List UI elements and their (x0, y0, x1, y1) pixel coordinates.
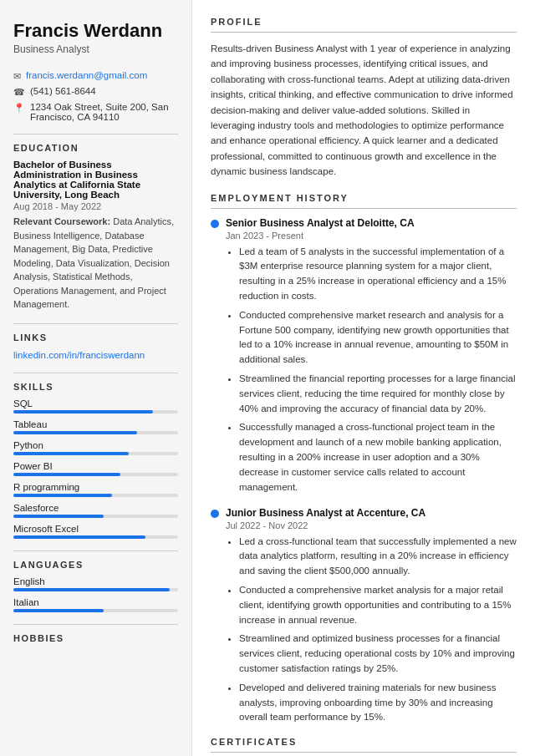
hobbies-section-title: HOBBIES (13, 633, 178, 643)
job-bullet: Streamlined the financial reporting proc… (239, 372, 517, 416)
education-dates: Aug 2018 - May 2022 (13, 201, 178, 211)
skills-section-title: SKILLS (13, 382, 178, 392)
linkedin-link-item: linkedin.com/in/franciswerdann (13, 349, 178, 361)
certificates-section-title: CERTIFICATES (211, 737, 517, 747)
job-bullet: Developed and delivered training materia… (239, 681, 517, 725)
skill-name: Python (13, 440, 178, 450)
profile-divider (211, 32, 517, 33)
languages-section-title: LANGUAGES (13, 560, 178, 570)
language-item: English (13, 576, 178, 591)
skill-bar-bg (13, 473, 178, 476)
skill-item: R programming (13, 482, 178, 497)
coursework-label: Relevant Coursework: (13, 216, 110, 226)
language-item: Italian (13, 597, 178, 612)
job-block: Senior Business Analyst at Deloitte, CA … (211, 217, 517, 495)
job-header: Senior Business Analyst at Deloitte, CA (211, 217, 517, 229)
contact-email: ✉ francis.werdann@gmail.com (13, 70, 178, 82)
contact-phone: ☎ (541) 561-8644 (13, 86, 178, 98)
sidebar: Francis Werdann Business Analyst ✉ franc… (0, 0, 192, 756)
job-bullet: Led a cross-functional team that success… (239, 535, 517, 579)
job-bullets: Led a cross-functional team that success… (229, 535, 517, 726)
job-title: Junior Business Analyst at Accenture, CA (226, 507, 425, 519)
skill-name: Salesforce (13, 503, 178, 513)
resume-container: Francis Werdann Business Analyst ✉ franc… (0, 0, 535, 756)
divider-education (13, 134, 178, 134)
education-coursework: Relevant Coursework: Data Analytics, Bus… (13, 215, 178, 312)
skill-bar-bg (13, 431, 178, 434)
job-dates: Jan 2023 - Present (226, 231, 517, 241)
skill-bar-bg (13, 515, 178, 518)
skill-item: Power BI (13, 461, 178, 476)
skill-item: Tableau (13, 419, 178, 434)
skill-item: SQL (13, 398, 178, 414)
job-dates: Jul 2022 - Nov 2022 (226, 520, 517, 530)
email-link[interactable]: francis.werdann@gmail.com (26, 70, 147, 80)
job-title: Senior Business Analyst at Deloitte, CA (226, 217, 415, 229)
employment-section-title: EMPLOYMENT HISTORY (211, 193, 517, 203)
skill-bar-bg (13, 494, 178, 497)
skill-bar-fill (13, 410, 153, 414)
job-bullet: Conducted a comprehensive market analysi… (239, 583, 517, 627)
language-name: Italian (13, 597, 178, 607)
skill-bar-fill (13, 452, 129, 455)
languages-list: English Italian (13, 576, 178, 612)
main-content: PROFILE Results-driven Business Analyst … (192, 0, 535, 756)
skill-item: Salesforce (13, 503, 178, 518)
skill-bar-fill (13, 515, 104, 518)
job-bullets: Led a team of 5 analysts in the successf… (229, 245, 517, 495)
skill-item: Python (13, 440, 178, 455)
skill-bar-fill (13, 431, 137, 434)
coursework-text: Data Analytics, Business Intelligence, D… (13, 216, 174, 309)
divider-skills (13, 373, 178, 373)
links-section-title: LINKS (13, 332, 178, 342)
location-icon: 📍 (13, 103, 25, 114)
job-dot (211, 220, 219, 228)
phone-icon: ☎ (13, 87, 25, 98)
language-name: English (13, 576, 178, 586)
phone-number: (541) 561-8644 (30, 86, 96, 96)
skill-item: Microsoft Excel (13, 524, 178, 539)
education-degree: Bachelor of Business Administration in B… (13, 160, 178, 200)
address-text: 1234 Oak Street, Suite 200, San Francisc… (30, 102, 178, 122)
skill-bar-fill (13, 494, 112, 497)
language-bar-bg (13, 609, 178, 612)
skills-list: SQL Tableau Python Power BI R programmin… (13, 398, 178, 539)
job-bullet: Led a team of 5 analysts in the successf… (239, 245, 517, 304)
language-bar-fill (13, 609, 104, 612)
jobs-list: Senior Business Analyst at Deloitte, CA … (211, 217, 517, 726)
language-bar-bg (13, 588, 178, 591)
contact-address: 📍 1234 Oak Street, Suite 200, San Franci… (13, 102, 178, 122)
candidate-title: Business Analyst (13, 43, 178, 55)
job-bullet: Conducted comprehensive market research … (239, 308, 517, 368)
job-bullet: Successfully managed a cross-functional … (239, 420, 517, 495)
profile-section-title: PROFILE (211, 17, 517, 27)
job-header: Junior Business Analyst at Accenture, CA (211, 507, 517, 519)
skill-bar-bg (13, 410, 178, 414)
employment-divider (211, 208, 517, 209)
profile-text: Results-driven Business Analyst with 1 y… (211, 41, 517, 180)
skill-name: Tableau (13, 419, 178, 429)
skill-bar-bg (13, 452, 178, 455)
skill-name: Microsoft Excel (13, 524, 178, 534)
certificates-divider (211, 752, 517, 753)
skill-bar-fill (13, 473, 120, 476)
candidate-name: Francis Werdann (13, 20, 178, 42)
job-block: Junior Business Analyst at Accenture, CA… (211, 507, 517, 726)
skill-bar-bg (13, 535, 178, 539)
divider-languages (13, 551, 178, 551)
language-bar-fill (13, 588, 170, 591)
skill-name: SQL (13, 398, 178, 408)
skill-name: Power BI (13, 461, 178, 471)
divider-links (13, 323, 178, 324)
job-bullet: Streamlined and optimized business proce… (239, 632, 517, 676)
skill-bar-fill (13, 535, 145, 539)
skill-name: R programming (13, 482, 178, 492)
linkedin-link[interactable]: linkedin.com/in/franciswerdann (13, 350, 145, 360)
email-icon: ✉ (13, 71, 21, 82)
divider-hobbies (13, 624, 178, 625)
job-dot (211, 510, 219, 518)
education-section-title: EDUCATION (13, 143, 178, 153)
